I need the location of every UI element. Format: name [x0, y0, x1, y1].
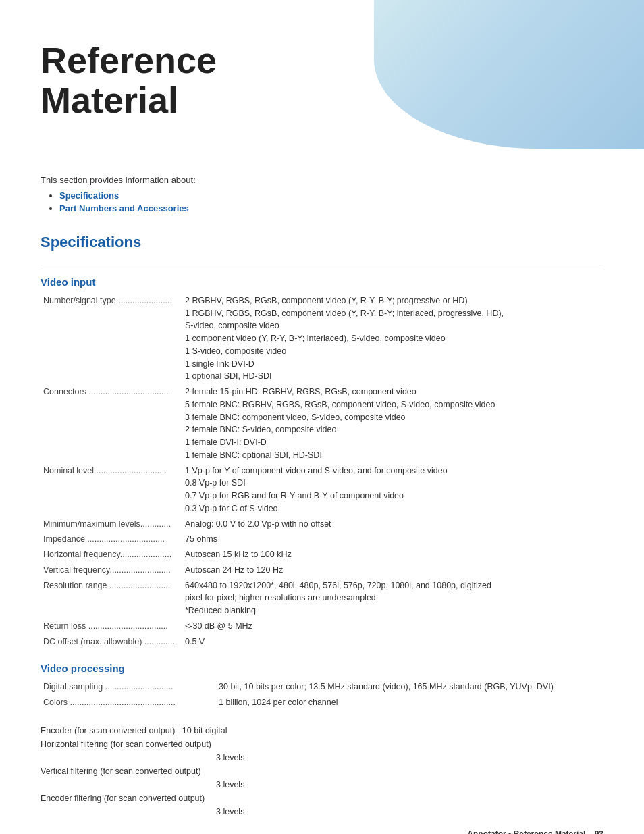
table-row: Digital sampling .......................… [41, 679, 603, 695]
spec-label: Number/signal type .....................… [41, 293, 182, 384]
spec-value: 1 Vp-p for Y of component video and S-vi… [182, 463, 603, 517]
spec-value: 2 female 15-pin HD: RGBHV, RGBS, RGsB, c… [182, 384, 603, 463]
table-row: Impedance ..............................… [41, 531, 603, 547]
spec-value: 2 RGBHV, RGBS, RGsB, component video (Y,… [182, 293, 603, 384]
spec-value: <-30 dB @ 5 MHz [182, 619, 603, 634]
spec-label: Digital sampling .......................… [41, 679, 216, 695]
intro-text: This section provides information about: [41, 175, 603, 185]
table-row: Nominal level ..........................… [41, 463, 603, 517]
specifications-section-title: Specifications [41, 234, 603, 251]
spec-label: Horizontal frequency....................… [41, 547, 182, 563]
table-row: Vertical frequency......................… [41, 563, 603, 578]
intro-list-item-specifications[interactable]: Specifications [59, 190, 603, 201]
video-processing-table: Digital sampling .......................… [41, 679, 603, 710]
divider [41, 265, 603, 265]
table-row: Colors .................................… [41, 695, 603, 710]
table-row: Minimum/maximum levels............. Anal… [41, 517, 603, 532]
video-input-title: Video input [41, 276, 603, 288]
intro-list: Specifications Part Numbers and Accessor… [59, 190, 603, 213]
table-row: Resolution range .......................… [41, 578, 603, 619]
video-processing-title: Video processing [41, 662, 603, 674]
table-row: Number/signal type .....................… [41, 293, 603, 384]
spec-label: Impedance ..............................… [41, 531, 182, 547]
page-title: Reference Material [41, 41, 603, 121]
spec-value: 640x480 to 1920x1200*, 480i, 480p, 576i,… [182, 578, 603, 619]
table-row: Horizontal frequency....................… [41, 547, 603, 563]
vp-row-vfilter: Vertical filtering (for scan converted o… [41, 764, 603, 791]
spec-value: 75 ohms [182, 531, 603, 547]
video-processing-indent-rows: Encoder (for scan converted output) 10 b… [41, 724, 603, 818]
spec-label: DC offset (max. allowable) ............. [41, 634, 182, 650]
spec-value: Autoscan 24 Hz to 120 Hz [182, 563, 603, 578]
partnumbers-link[interactable]: Part Numbers and Accessories [59, 203, 189, 213]
spec-label: Minimum/maximum levels............. [41, 517, 182, 532]
vp-row-efilter: Encoder filtering (for scan converted ou… [41, 791, 603, 818]
spec-label: Colors .................................… [41, 695, 216, 710]
spec-label: Nominal level ..........................… [41, 463, 182, 517]
intro-list-item-partnumbers[interactable]: Part Numbers and Accessories [59, 203, 603, 213]
table-row: Connectors .............................… [41, 384, 603, 463]
vp-row-encoder: Encoder (for scan converted output) 10 b… [41, 724, 603, 737]
spec-value: 30 bit, 10 bits per color; 13.5 MHz stan… [216, 679, 603, 695]
spec-value: 0.5 V [182, 634, 603, 650]
vp-row-hfilter: Horizontal filtering (for scan converted… [41, 737, 603, 764]
table-row: DC offset (max. allowable) .............… [41, 634, 603, 650]
spec-value: Autoscan 15 kHz to 100 kHz [182, 547, 603, 563]
spec-label: Resolution range .......................… [41, 578, 182, 619]
video-input-table: Number/signal type .....................… [41, 293, 603, 650]
spec-label: Return loss ............................… [41, 619, 182, 634]
spec-label: Connectors .............................… [41, 384, 182, 463]
spec-value: Analog: 0.0 V to 2.0 Vp-p with no offset [182, 517, 603, 532]
spec-value: 1 billion, 1024 per color channel [216, 695, 603, 710]
specifications-link[interactable]: Specifications [59, 190, 119, 201]
spec-label: Vertical frequency......................… [41, 563, 182, 578]
table-row: Return loss ............................… [41, 619, 603, 634]
